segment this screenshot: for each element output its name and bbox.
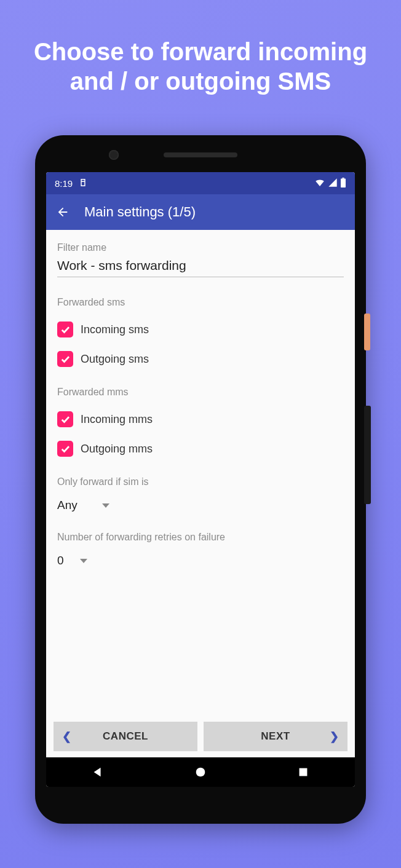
- filter-name-label: Filter name: [57, 242, 344, 253]
- volume-button: [364, 406, 371, 504]
- filter-name-input[interactable]: [57, 253, 344, 277]
- promo-headline: Choose to forward incoming and / or outg…: [0, 0, 401, 96]
- battery-icon: [340, 178, 346, 189]
- wifi-icon: [314, 177, 325, 190]
- checkbox-label: Incoming mms: [81, 413, 153, 426]
- checkbox-row-outgoing-sms[interactable]: Outgoing sms: [57, 351, 344, 367]
- checkbox-outgoing-sms[interactable]: [57, 351, 73, 367]
- sim-filter-label: Only forward if sim is: [57, 476, 344, 487]
- svg-rect-3: [300, 768, 308, 776]
- forwarded-mms-label: Forwarded mms: [57, 387, 344, 398]
- chevron-left-icon: ❮: [62, 730, 72, 743]
- chevron-down-icon: [102, 503, 109, 508]
- chevron-down-icon: [80, 559, 87, 563]
- page-title: Main settings (1/5): [84, 204, 196, 220]
- screen: 8:19 Main settings (1/5: [46, 172, 355, 787]
- sim-filter-dropdown[interactable]: Any: [57, 499, 344, 512]
- status-bar: 8:19: [46, 172, 355, 194]
- retries-dropdown[interactable]: 0: [57, 554, 344, 567]
- svg-point-2: [196, 768, 205, 777]
- status-time: 8:19: [55, 178, 73, 189]
- next-label: NEXT: [261, 730, 290, 743]
- checkbox-label: Outgoing mms: [81, 443, 153, 456]
- signal-icon: [328, 178, 338, 189]
- content: Filter name Forwarded sms Incoming sms O…: [46, 230, 355, 722]
- app-bar: Main settings (1/5): [46, 194, 355, 230]
- chevron-right-icon: ❯: [330, 730, 339, 743]
- checkbox-incoming-sms[interactable]: [57, 322, 73, 337]
- cancel-button[interactable]: ❮ CANCEL: [54, 722, 197, 751]
- phone-speaker: [164, 152, 237, 157]
- retries-value: 0: [57, 554, 64, 567]
- nav-recent-icon[interactable]: [296, 765, 310, 779]
- button-bar: ❮ CANCEL NEXT ❯: [46, 722, 355, 757]
- cancel-label: CANCEL: [103, 730, 148, 743]
- checkbox-incoming-mms[interactable]: [57, 411, 73, 427]
- phone-frame: 8:19 Main settings (1/5: [35, 135, 366, 824]
- checkbox-label: Incoming sms: [81, 323, 149, 336]
- nav-back-icon[interactable]: [91, 765, 105, 779]
- promo-line-1: Choose to forward incoming: [34, 38, 367, 65]
- power-button: [364, 314, 370, 350]
- android-nav-bar: [46, 757, 355, 787]
- back-arrow-icon[interactable]: [56, 205, 69, 219]
- checkbox-row-incoming-mms[interactable]: Incoming mms: [57, 411, 344, 427]
- nav-home-icon[interactable]: [194, 765, 207, 779]
- checkbox-row-incoming-sms[interactable]: Incoming sms: [57, 322, 344, 337]
- promo-line-2: and / or outgoing SMS: [70, 68, 331, 95]
- status-app-icon: [79, 178, 87, 189]
- svg-rect-0: [341, 178, 346, 187]
- checkbox-label: Outgoing sms: [81, 353, 149, 366]
- forwarded-sms-label: Forwarded sms: [57, 297, 344, 308]
- front-camera: [109, 150, 119, 160]
- checkbox-outgoing-mms[interactable]: [57, 441, 73, 457]
- sim-filter-value: Any: [57, 499, 77, 512]
- checkbox-row-outgoing-mms[interactable]: Outgoing mms: [57, 441, 344, 457]
- retries-label: Number of forwarding retries on failure: [57, 532, 344, 543]
- svg-rect-1: [342, 178, 344, 179]
- next-button[interactable]: NEXT ❯: [204, 722, 347, 751]
